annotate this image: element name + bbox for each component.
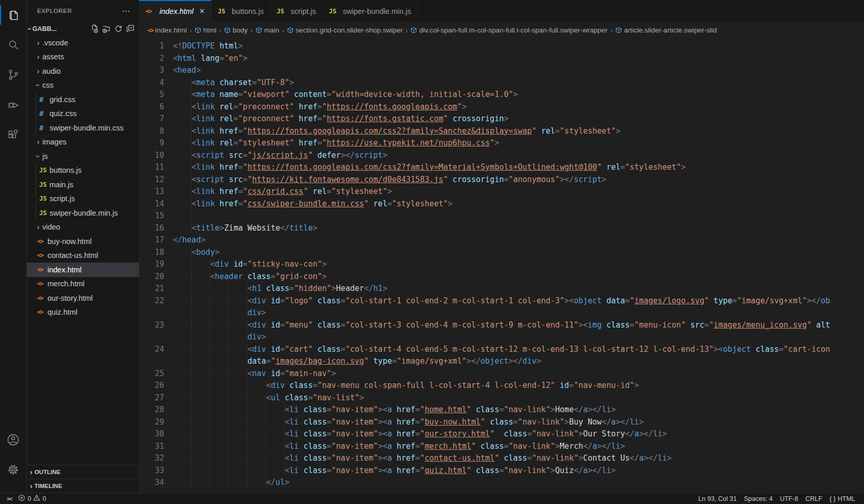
code-line[interactable]: 28 <li class="nav-item"><a href="home.ht… — [139, 404, 864, 416]
code-line[interactable]: 24 <div id="cart" class="col-start-4 col… — [139, 344, 864, 356]
status-indentation[interactable]: Spaces: 4 — [740, 493, 776, 504]
tab-buttons.js[interactable]: JSbuttons.js — [212, 0, 270, 22]
tree-item-merch.html[interactable]: <>merch.html — [27, 277, 139, 291]
breadcrumb-item[interactable]: body — [224, 26, 248, 34]
collapse-folders-icon[interactable] — [126, 24, 135, 33]
code-line[interactable]: 23 <div id="menu" class="col-start-3 col… — [139, 319, 864, 332]
code-line[interactable]: 12 <script src="https://kit.fontawesome.… — [139, 174, 864, 186]
code-line[interactable]: 29 <li class="nav-item"><a href="buy-now… — [139, 416, 864, 429]
code-line[interactable]: 32 <li class="nav-item"><a href="contact… — [139, 452, 864, 465]
code-line[interactable]: 14 <link href="css/swiper-bundle.min.css… — [139, 198, 864, 210]
panel-header-outline[interactable]: ›OUTLINE — [27, 465, 139, 479]
settings-gear-icon[interactable] — [0, 454, 27, 484]
code-line[interactable]: 34 </ul> — [139, 477, 864, 489]
status-cursor-position[interactable]: Ln 93, Col 31 — [695, 493, 740, 504]
code-line[interactable]: 15 — [139, 210, 864, 222]
code-line[interactable]: 17</head> — [139, 234, 864, 247]
tree-item-assets[interactable]: ›assets — [27, 50, 139, 64]
tree-item-main.js[interactable]: JSmain.js — [27, 177, 139, 192]
status-eol[interactable]: CRLF — [802, 493, 826, 504]
tree-item-.vscode[interactable]: ›.vscode — [27, 36, 139, 50]
code-line[interactable]: 8 <link href="https://fonts.googleapis.c… — [139, 125, 864, 138]
code-line[interactable]: 5 <meta name="viewport" content="width=d… — [139, 89, 864, 101]
code-line[interactable]: 21 <h1 class="hidden">Header</h1> — [139, 283, 864, 295]
code-line[interactable]: 26 <div class="nav-menu col-span-full l-… — [139, 380, 864, 392]
tree-item-label: grid.css — [50, 95, 75, 104]
tree-item-quiz.html[interactable]: <>quiz.html — [27, 305, 139, 320]
breadcrumb-item[interactable]: section.grid-con.slider-shop.swiper — [287, 26, 403, 34]
explorer-icon[interactable] — [0, 0, 27, 30]
more-actions-icon[interactable]: ⋯ — [122, 6, 131, 16]
tree-item-quiz.css[interactable]: #quiz.css — [27, 107, 139, 121]
line-content: <div id="cart" class="col-start-4 col-en… — [164, 344, 830, 356]
code-line[interactable]: div> — [139, 307, 864, 319]
tree-item-buy-now.html[interactable]: <>buy-now.html — [27, 234, 139, 249]
code-line[interactable]: 30 <li class="nav-item"><a href="our-sto… — [139, 428, 864, 441]
warning-icon — [33, 494, 40, 503]
code-editor[interactable]: 1<!DOCTYPE html>2<html lang="en">3<head>… — [139, 38, 864, 493]
panel-header-timeline[interactable]: ›TIMELINE — [27, 479, 139, 493]
tree-item-css[interactable]: ›css — [27, 78, 139, 93]
breadcrumb-item[interactable]: main — [255, 26, 279, 34]
tab-swiper-bundle.min.js[interactable]: JSswiper-bundle.min.js — [323, 0, 418, 22]
code-line[interactable]: 6 <link rel="preconnect" href="https://f… — [139, 101, 864, 113]
breadcrumb-item[interactable]: article.slider-article.swiper-slid — [615, 26, 717, 34]
code-line[interactable]: 25 <nav id="main-nav"> — [139, 368, 864, 380]
code-line[interactable]: 13 <link href="css/grid.css" rel="styles… — [139, 186, 864, 198]
tree-item-swiper-bundle.min.js[interactable]: JSswiper-bundle.min.js — [27, 206, 139, 220]
code-line[interactable]: 33 <li class="nav-item"><a href="quiz.ht… — [139, 465, 864, 477]
tab-index.html[interactable]: <>index.html✕ — [139, 0, 212, 23]
tree-item-audio[interactable]: ›audio — [27, 64, 139, 78]
code-line[interactable]: 19 <div id="sticky-nav-con"> — [139, 258, 864, 271]
run-debug-icon[interactable] — [0, 90, 27, 120]
new-file-icon[interactable] — [90, 24, 99, 33]
code-line[interactable]: 11 <link href="https://fonts.googleapis.… — [139, 161, 864, 174]
extensions-icon[interactable] — [0, 120, 27, 150]
tree-item-our-story.html[interactable]: <>our-story.html — [27, 291, 139, 305]
problems-indicator[interactable]: 0 0 — [14, 493, 50, 504]
tree-item-js[interactable]: ›js — [27, 149, 139, 164]
account-icon[interactable] — [0, 425, 27, 454]
new-folder-icon[interactable] — [102, 24, 111, 33]
code-line[interactable]: 20 <header class="grid-con"> — [139, 271, 864, 283]
tree-item-label: assets — [42, 53, 64, 61]
code-line[interactable]: 31 <li class="nav-item"><a href="merch.h… — [139, 441, 864, 453]
code-line[interactable]: 16 <title>Zima Website</title> — [139, 222, 864, 235]
breadcrumb-item[interactable]: html — [195, 26, 217, 34]
code-line[interactable]: 18 <body> — [139, 247, 864, 259]
status-encoding[interactable]: UTF-8 — [776, 493, 802, 504]
code-line[interactable]: 22 <div id="logo" class="col-start-1 col… — [139, 295, 864, 307]
editor-group: <>index.html✕JSbuttons.jsJSscript.jsJSsw… — [139, 0, 864, 493]
close-icon[interactable]: ✕ — [199, 7, 205, 15]
code-line[interactable]: 10 <script src="js/script.js" defer></sc… — [139, 150, 864, 162]
tree-item-grid.css[interactable]: #grid.css — [27, 92, 139, 107]
search-icon[interactable] — [0, 30, 27, 60]
tree-item-swiper-bundle.min.css[interactable]: #swiper-bundle.min.css — [27, 121, 139, 135]
tree-item-buttons.js[interactable]: JSbuttons.js — [27, 164, 139, 178]
breadcrumb-item[interactable]: <>index.html — [148, 26, 187, 34]
source-control-icon[interactable] — [0, 60, 27, 90]
breadcrumb-separator: › — [406, 26, 408, 35]
code-line[interactable]: 7 <link rel="preconnect" href="https://f… — [139, 113, 864, 125]
line-content: <li class="nav-item"><a href="quiz.html"… — [164, 465, 616, 477]
tree-item-contact-us.html[interactable]: <>contact-us.html — [27, 249, 139, 263]
code-line[interactable]: 3<head> — [139, 64, 864, 77]
tree-item-video[interactable]: ›video — [27, 220, 139, 235]
html-file-icon: <> — [37, 266, 47, 273]
workspace-section-header[interactable]: › GABB... — [27, 22, 139, 36]
code-line[interactable]: 27 <ul class="nav-list"> — [139, 392, 864, 404]
tab-script.js[interactable]: JSscript.js — [270, 0, 323, 22]
code-line[interactable]: div> — [139, 331, 864, 344]
tree-item-images[interactable]: ›images — [27, 135, 139, 150]
refresh-icon[interactable] — [114, 24, 123, 33]
remote-indicator[interactable]: >< — [3, 493, 14, 504]
code-line[interactable]: 9 <link rel="stylesheet" href="https://u… — [139, 137, 864, 150]
breadcrumb-item[interactable]: div.col-span-full.m-col-span-full.l-col-… — [410, 26, 607, 34]
code-line[interactable]: data="images/bag-icon.svg" type="image/s… — [139, 355, 864, 368]
code-line[interactable]: 2<html lang="en"> — [139, 53, 864, 65]
status-language-mode[interactable]: { }HTML — [826, 493, 859, 504]
code-line[interactable]: 1<!DOCTYPE html> — [139, 40, 864, 53]
tree-item-index.html[interactable]: <>index.html — [27, 263, 139, 277]
tree-item-script.js[interactable]: JSscript.js — [27, 192, 139, 206]
code-line[interactable]: 4 <meta charset="UTF-8"> — [139, 77, 864, 89]
